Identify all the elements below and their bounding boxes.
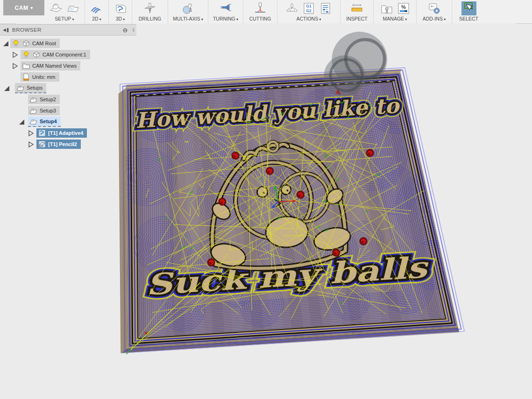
chevron-down-icon: ▾ — [404, 17, 407, 21]
tool-library-icon[interactable] — [379, 1, 394, 15]
toolbar-group-label[interactable]: ADD-INS ▾ — [423, 16, 446, 21]
toolbar-group-turning: TURNING ▾ — [208, 0, 243, 23]
toolbar-group-drilling: DRILLING — [132, 0, 168, 23]
chevron-down-icon: ▾ — [99, 17, 101, 21]
tree-item-chip[interactable]: [T1] Pencil2 — [36, 140, 81, 149]
browser-panel: ◀❚ BROWSER ⊖ ‖ CAM RootCAM Component:1CA… — [0, 24, 136, 38]
setup-sheet-icon[interactable] — [318, 1, 333, 15]
measure-icon[interactable] — [349, 1, 364, 15]
cutting-icon[interactable] — [253, 1, 268, 15]
tree-item-chip[interactable]: Setup3 — [28, 106, 60, 115]
pencil-op-icon — [38, 140, 46, 148]
tree-item--t1-adaptive4[interactable]: [T1] Adaptive4 — [0, 128, 87, 138]
setup-icon — [29, 106, 38, 115]
toolbar-group-actions: G1G2ACTIONS ▾ — [277, 0, 340, 23]
bulb-icon — [22, 50, 30, 59]
expand-expander-icon[interactable] — [12, 51, 18, 57]
chevron-down-icon: ▾ — [318, 17, 321, 21]
toolbar-group-label[interactable]: MULTI-AXIS ▾ — [173, 16, 203, 21]
setup-folder-icon[interactable] — [65, 1, 80, 15]
component-icon — [32, 50, 41, 59]
toolbar-group-label[interactable]: TURNING ▾ — [213, 16, 238, 21]
toolbar-group-label[interactable]: 3D ▾ — [116, 16, 125, 21]
svg-text:%: % — [401, 4, 406, 10]
drill-mark — [360, 238, 367, 245]
toolbar-group-label[interactable]: MANAGE ▾ — [383, 16, 407, 21]
viewport-canvas[interactable]: How would you like toHow would you like … — [0, 23, 532, 399]
tree-item-chip[interactable]: CAM Named Views — [21, 61, 80, 70]
browser-header: ◀❚ BROWSER ⊖ ‖ — [0, 24, 136, 35]
expand-expander-icon[interactable] — [28, 130, 34, 136]
tree-item-chip[interactable]: Setups — [15, 83, 46, 93]
tree-item-label: CAM Component:1 — [43, 52, 86, 57]
folder-icon — [22, 62, 30, 70]
toolbar-group-label: CUTTING — [249, 16, 271, 21]
drill-mark — [232, 152, 239, 159]
drill-mark — [297, 191, 304, 198]
collapse-expander-icon[interactable] — [3, 40, 9, 46]
multiaxis-icon[interactable] — [181, 1, 196, 15]
select-icon[interactable] — [461, 1, 476, 15]
toolbar-group-setup: SETUP ▾ — [44, 0, 85, 23]
tree-item-chip[interactable]: Setup4 — [28, 117, 61, 127]
post-process-icon[interactable] — [284, 1, 299, 15]
toolbar-group-select: SELECT — [452, 0, 485, 23]
drill-mark — [266, 168, 273, 174]
chevron-down-icon: ▾ — [71, 17, 74, 21]
chevron-down-icon: ▾ — [443, 17, 446, 21]
viewport: How would you like toHow would you like … — [0, 23, 532, 399]
toolbar-group-multi-axis: MULTI-AXIS ▾ — [168, 0, 208, 23]
cam-menu-label: CAM — [15, 5, 28, 11]
tree-item-setup4[interactable]: Setup4 — [0, 117, 61, 127]
scripts-icon[interactable]: >- — [427, 1, 442, 15]
toolbar-group-3d: 3D ▾ — [108, 0, 132, 23]
pocket2d-icon[interactable] — [89, 1, 104, 15]
adaptive3d-icon[interactable] — [113, 1, 128, 15]
tree-item-chip[interactable]: CAM Component:1 — [21, 50, 90, 59]
turning-icon[interactable] — [218, 1, 233, 15]
toolbar-group-label[interactable]: ACTIONS ▾ — [297, 16, 321, 21]
drill-mark — [367, 150, 373, 156]
gcode-icon[interactable]: G1G2 — [301, 1, 316, 15]
panel-resize-handle[interactable]: ‖ — [132, 27, 135, 33]
tree-item-setups[interactable]: Setups — [0, 83, 46, 93]
tree-item-chip[interactable]: CAM Root — [10, 39, 60, 48]
toolbar-group-label: SELECT — [459, 16, 478, 21]
svg-text:>-: >- — [431, 5, 434, 8]
chevron-down-icon: ▾ — [235, 17, 238, 21]
drill-icon[interactable] — [142, 1, 157, 15]
tree-item-cam-root[interactable]: CAM Root — [0, 38, 60, 49]
cam-workspace-menu[interactable]: CAM ▾ — [3, 0, 44, 15]
tree-item-units-mm[interactable]: Units: mm — [0, 72, 59, 82]
tree-item-chip[interactable]: Setup2 — [28, 95, 60, 104]
toolbar-group-label[interactable]: SETUP ▾ — [55, 16, 74, 21]
toolbar-groups: SETUP ▾2D ▾3D ▾DRILLINGMULTI-AXIS ▾TURNI… — [44, 0, 485, 23]
tree-item--t1-pencil2[interactable]: [T1] Pencil2 — [0, 139, 81, 149]
tree-item-setup2[interactable]: Setup2 — [0, 94, 60, 105]
component-icon — [22, 39, 30, 48]
toolbar-group-manage: %MANAGE ▾ — [373, 0, 416, 23]
toolbar-group-label[interactable]: 2D ▾ — [92, 16, 101, 21]
collapse-expander-icon[interactable] — [4, 85, 10, 91]
expand-expander-icon[interactable] — [12, 63, 18, 69]
tree-item-label: [T1] Adaptive4 — [48, 130, 83, 136]
tree-item-chip[interactable]: [T1] Adaptive4 — [36, 128, 87, 138]
tree-item-cam-component-1[interactable]: CAM Component:1 — [0, 49, 90, 60]
minimize-panel-icon[interactable]: ⊖ — [123, 27, 128, 34]
panel-collapse-icon[interactable]: ◀❚ — [3, 28, 9, 32]
chevron-down-icon: ▾ — [30, 6, 33, 10]
toolbar-group-cutting: CUTTING — [243, 0, 277, 23]
setup-new-icon[interactable] — [49, 1, 64, 15]
tree-item-chip[interactable]: Units: mm — [21, 72, 59, 82]
feeds-icon[interactable]: % — [396, 1, 411, 15]
toolbar-group-add-ins: >-ADD-INS ▾ — [416, 0, 452, 23]
setup-icon — [16, 84, 25, 92]
tree-item-setup3[interactable]: Setup3 — [0, 105, 60, 116]
expand-expander-icon[interactable] — [28, 141, 34, 147]
tree-item-cam-named-views[interactable]: CAM Named Views — [0, 61, 80, 71]
toolbar-group-label: DRILLING — [139, 16, 161, 21]
setup-icon — [29, 95, 38, 104]
toolbar-group-inspect: INSPECT — [340, 0, 373, 23]
tree-item-label: Setups — [27, 85, 43, 91]
collapse-expander-icon[interactable] — [19, 119, 25, 125]
